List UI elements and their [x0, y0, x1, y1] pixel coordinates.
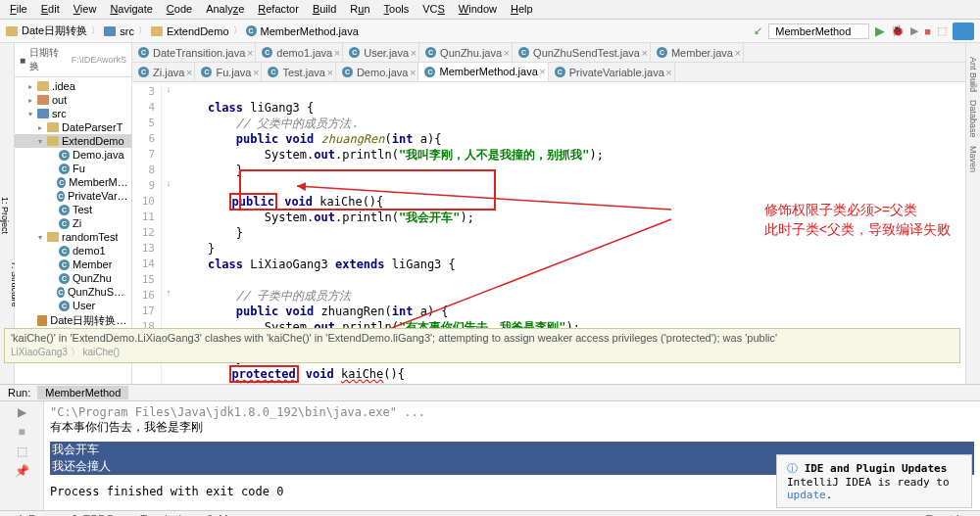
- run-panel: ▶ ■ ⬚ 📌 "C:\Program Files\Java\jdk1.8.0_…: [0, 400, 980, 510]
- tree-item-idea[interactable]: ▸.idea: [15, 79, 131, 93]
- rerun-icon[interactable]: ▶: [18, 405, 26, 419]
- project-tree[interactable]: ▸.idea ▸out ▾src ▸DateParserT ▾ExtendDem…: [15, 77, 131, 345]
- tree-item-demo[interactable]: CDemo.java: [15, 148, 131, 162]
- stop-button-icon[interactable]: ■: [924, 25, 931, 37]
- close-icon[interactable]: ×: [334, 47, 340, 59]
- tree-item-privatevar[interactable]: CPrivateVariable.ja: [15, 189, 131, 203]
- run-tab[interactable]: MemberMethod: [37, 386, 128, 399]
- run-panel-header: Run: MemberMethod: [0, 384, 980, 400]
- editor-tab[interactable]: CQunZhuSendTest.java×: [513, 43, 651, 62]
- menu-vcs[interactable]: VCS: [416, 2, 451, 17]
- rail-maven[interactable]: Maven: [968, 142, 978, 176]
- src-icon: [104, 26, 116, 36]
- rail-project[interactable]: 1: Project: [0, 197, 10, 234]
- update-link[interactable]: update: [787, 489, 826, 501]
- class-icon: C: [268, 67, 278, 77]
- close-icon[interactable]: ×: [642, 47, 648, 59]
- menu-edit[interactable]: Edit: [35, 2, 66, 17]
- bottom-tool-tabs: ▶ 4: Run ≡ 6: TODO ▣ Terminal ⊟ 0: Messa…: [0, 510, 980, 516]
- editor-tab-label: Test.java: [282, 67, 324, 78]
- tree-item-randomtest[interactable]: ▾randomTest: [15, 230, 131, 244]
- editor-tab[interactable]: CQunZhu.java×: [419, 43, 513, 62]
- menu-run[interactable]: Run: [344, 2, 375, 17]
- debug-button-icon[interactable]: 🐞: [891, 24, 905, 37]
- restore-layout-icon[interactable]: ⬚: [17, 445, 27, 458]
- run-output[interactable]: "C:\Program Files\Java\jdk1.8.0_192\bin\…: [44, 401, 980, 510]
- update-notification[interactable]: ⓘ IDE and Plugin Updates IntelliJ IDEA i…: [776, 454, 972, 508]
- menu-view[interactable]: View: [68, 2, 103, 17]
- override-down-icon[interactable]: ↓: [162, 84, 175, 100]
- search-everywhere-icon[interactable]: [953, 23, 974, 40]
- class-icon: C: [425, 47, 436, 58]
- menu-build[interactable]: Build: [307, 2, 342, 17]
- tree-item-test[interactable]: CTest: [15, 203, 131, 216]
- menu-code[interactable]: Code: [161, 2, 198, 17]
- menu-tools[interactable]: Tools: [378, 2, 416, 17]
- editor-tab-label: Demo.java: [357, 67, 409, 78]
- tree-item-user[interactable]: CUser: [15, 299, 131, 312]
- stop-run-icon[interactable]: ■: [18, 425, 24, 439]
- menu-refactor[interactable]: Refactor: [252, 2, 305, 17]
- pin-icon[interactable]: 📌: [15, 464, 29, 478]
- editor-tab[interactable]: CMemberMethod.java×: [418, 63, 548, 81]
- tree-item-qunzhu[interactable]: CQunZhu: [15, 271, 131, 285]
- chevron-right-icon: 〉: [138, 24, 147, 37]
- class-icon: C: [201, 67, 212, 77]
- tree-item-out[interactable]: ▸out: [15, 93, 131, 107]
- tree-item-extenddemo[interactable]: ▾ExtendDemo: [15, 134, 131, 148]
- rail-database[interactable]: Database: [968, 96, 978, 142]
- tree-item-qunzhusend[interactable]: CQunZhuSendTest: [15, 285, 131, 299]
- class-icon: C: [342, 67, 353, 77]
- close-icon[interactable]: ×: [410, 67, 416, 78]
- menu-file[interactable]: File: [4, 2, 33, 17]
- close-icon[interactable]: ×: [734, 47, 740, 59]
- breadcrumb-package: ExtendDemo: [167, 25, 229, 37]
- menu-help[interactable]: Help: [505, 2, 539, 17]
- close-icon[interactable]: ×: [253, 67, 259, 78]
- close-icon[interactable]: ×: [665, 67, 671, 78]
- menu-window[interactable]: Window: [453, 2, 503, 17]
- run-toolbar: ▶ ■ ⬚ 📌: [0, 401, 44, 510]
- run-config-select[interactable]: MemberMethod: [768, 23, 869, 39]
- editor-tab[interactable]: CPrivateVariable.java×: [549, 63, 675, 81]
- run-button-icon[interactable]: ▶: [875, 23, 885, 38]
- run-coverage-icon[interactable]: ▶: [910, 24, 918, 37]
- close-icon[interactable]: ×: [411, 47, 416, 59]
- close-icon[interactable]: ×: [539, 66, 545, 77]
- rail-antbuild[interactable]: Ant Build: [968, 53, 978, 96]
- editor-tab[interactable]: Cdemo1.java×: [256, 43, 343, 62]
- editor-tab[interactable]: CDateTransition.java×: [132, 43, 256, 62]
- editor-tab[interactable]: CZi.java×: [132, 63, 195, 81]
- editor-tab[interactable]: CDemo.java×: [336, 63, 419, 81]
- class-icon: C: [518, 47, 529, 58]
- tree-item-demo1[interactable]: Cdemo1: [15, 244, 131, 258]
- breadcrumb[interactable]: Date日期转换 〉 src 〉 ExtendDemo 〉 C MemberMe…: [6, 23, 359, 38]
- editor-tab-label: Member.java: [671, 47, 733, 59]
- editor-tab-label: PrivateVariable.java: [569, 67, 664, 78]
- menu-navigate[interactable]: Navigate: [104, 2, 158, 17]
- close-icon[interactable]: ×: [247, 47, 253, 59]
- toolbar-right: ↙ MemberMethod ▶ 🐞 ▶ ■ ⬚: [754, 23, 974, 40]
- tree-item-member[interactable]: CMember: [15, 258, 131, 271]
- override-down-icon[interactable]: ↓: [162, 178, 175, 194]
- menu-analyze[interactable]: Analyze: [200, 2, 250, 17]
- close-icon[interactable]: ×: [504, 47, 510, 59]
- tree-item-src[interactable]: ▾src: [15, 107, 131, 120]
- highlight-protected: protected: [229, 365, 299, 383]
- tree-item-fu[interactable]: CFu: [15, 162, 131, 175]
- error-tooltip: 'kaiChe()' in 'ExtendDemo.LiXiaoGang3' c…: [4, 328, 960, 363]
- tree-item-membermethod[interactable]: CMemberMethod: [15, 175, 131, 189]
- editor-tab[interactable]: CUser.java×: [343, 43, 419, 62]
- editor-tab[interactable]: CTest.java×: [262, 63, 335, 81]
- editor-tabs-row-1: CDateTransition.java×Cdemo1.java×CUser.j…: [132, 43, 980, 63]
- tree-item-iml[interactable]: Date日期转换.iml: [15, 312, 131, 329]
- tree-item-dateparser[interactable]: ▸DateParserT: [15, 120, 131, 134]
- breadcrumb-project: Date日期转换: [22, 23, 87, 38]
- chevron-right-icon: 〉: [91, 24, 100, 37]
- close-icon[interactable]: ×: [326, 67, 332, 78]
- tree-item-zi[interactable]: CZi: [15, 216, 131, 230]
- editor-tab[interactable]: CFu.java×: [195, 63, 262, 81]
- close-icon[interactable]: ×: [186, 67, 192, 78]
- editor-tab[interactable]: CMember.java×: [651, 43, 744, 62]
- override-up-icon[interactable]: ↑: [162, 288, 175, 304]
